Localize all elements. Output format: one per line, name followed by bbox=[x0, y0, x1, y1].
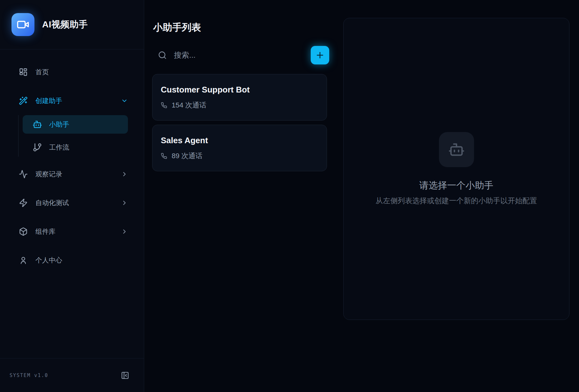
search-input[interactable] bbox=[173, 50, 311, 60]
search-box bbox=[152, 50, 311, 60]
sidebar-item-profile[interactable]: 个人中心 bbox=[11, 251, 128, 270]
app-window: AI视频助手 首页 创建助手 bbox=[0, 0, 579, 392]
empty-state: 请选择一个小助手 从左侧列表选择或创建一个新的小助手以开始配置 bbox=[376, 132, 537, 206]
panel-left-close-icon bbox=[121, 371, 129, 380]
sidebar-item-label: 工作流 bbox=[49, 143, 69, 152]
add-assistant-button[interactable] bbox=[311, 46, 329, 64]
git-branch-icon bbox=[33, 143, 42, 152]
assistant-name: Sales Agent bbox=[161, 136, 318, 145]
sidebar-item-label: 观察记录 bbox=[35, 170, 62, 179]
assistant-detail-panel: 请选择一个小助手 从左侧列表选择或创建一个新的小助手以开始配置 bbox=[343, 18, 569, 320]
sidebar-footer: SYSTEM v1.0 bbox=[0, 358, 144, 392]
assistant-call-count: 154 次通话 bbox=[172, 100, 206, 110]
sidebar-header: AI视频助手 bbox=[0, 0, 144, 49]
sidebar-item-label: 个人中心 bbox=[35, 256, 62, 265]
system-version: SYSTEM v1.0 bbox=[10, 373, 48, 378]
sidebar-item-observation-logs[interactable]: 观察记录 bbox=[11, 165, 128, 183]
bot-icon bbox=[33, 120, 42, 129]
chevron-right-icon bbox=[121, 171, 128, 178]
collapse-sidebar-button[interactable] bbox=[121, 371, 129, 380]
box-icon bbox=[19, 227, 28, 236]
assistant-name: Customer Support Bot bbox=[161, 85, 318, 95]
sidebar-item-component-library[interactable]: 组件库 bbox=[11, 222, 128, 241]
chevron-right-icon bbox=[121, 228, 128, 235]
phone-icon bbox=[161, 102, 167, 108]
plus-icon bbox=[315, 50, 325, 60]
main-area: 小助手列表 Customer Support Bot bbox=[144, 0, 579, 392]
assistant-card[interactable]: Customer Support Bot 154 次通话 bbox=[152, 74, 327, 121]
zap-icon bbox=[19, 198, 28, 207]
assistant-meta: 89 次通话 bbox=[161, 151, 318, 161]
sidebar-item-label: 首页 bbox=[35, 68, 49, 77]
phone-icon bbox=[161, 153, 167, 159]
sidebar-item-automation-test[interactable]: 自动化测试 bbox=[11, 194, 128, 212]
video-camera-icon bbox=[17, 18, 29, 31]
chevron-down-icon bbox=[121, 97, 128, 104]
activity-icon bbox=[19, 170, 28, 179]
sidebar-item-label: 自动化测试 bbox=[35, 198, 69, 207]
sidebar-subgroup-create-assistant: 小助手 工作流 bbox=[18, 115, 128, 157]
layout-dashboard-icon bbox=[19, 68, 28, 77]
sidebar-item-create-assistant[interactable]: 创建助手 bbox=[11, 92, 128, 110]
page-title: 小助手列表 bbox=[153, 21, 343, 34]
sidebar: AI视频助手 首页 创建助手 bbox=[0, 0, 144, 392]
empty-state-title: 请选择一个小助手 bbox=[419, 179, 494, 192]
sidebar-item-workflow[interactable]: 工作流 bbox=[23, 138, 128, 157]
app-logo bbox=[11, 13, 34, 36]
sidebar-item-home[interactable]: 首页 bbox=[11, 63, 128, 81]
search-icon bbox=[158, 51, 167, 60]
assistant-meta: 154 次通话 bbox=[161, 100, 318, 110]
empty-state-icon-container bbox=[439, 132, 474, 167]
wand-sparkles-icon bbox=[19, 96, 28, 105]
user-icon bbox=[19, 256, 28, 265]
sidebar-item-assistants[interactable]: 小助手 bbox=[23, 115, 128, 134]
bot-icon bbox=[448, 141, 465, 158]
assistant-call-count: 89 次通话 bbox=[172, 151, 203, 161]
sidebar-item-label: 组件库 bbox=[35, 227, 56, 236]
assistant-list-panel: 小助手列表 Customer Support Bot bbox=[144, 0, 343, 392]
sidebar-nav: 首页 创建助手 小助手 bbox=[0, 49, 144, 270]
search-row bbox=[152, 46, 329, 64]
assistant-card[interactable]: Sales Agent 89 次通话 bbox=[152, 125, 327, 171]
sidebar-item-label: 创建助手 bbox=[35, 96, 62, 105]
sidebar-item-label: 小助手 bbox=[49, 120, 69, 129]
empty-state-subtitle: 从左侧列表选择或创建一个新的小助手以开始配置 bbox=[376, 196, 537, 206]
app-title: AI视频助手 bbox=[42, 18, 88, 31]
chevron-right-icon bbox=[121, 199, 128, 206]
